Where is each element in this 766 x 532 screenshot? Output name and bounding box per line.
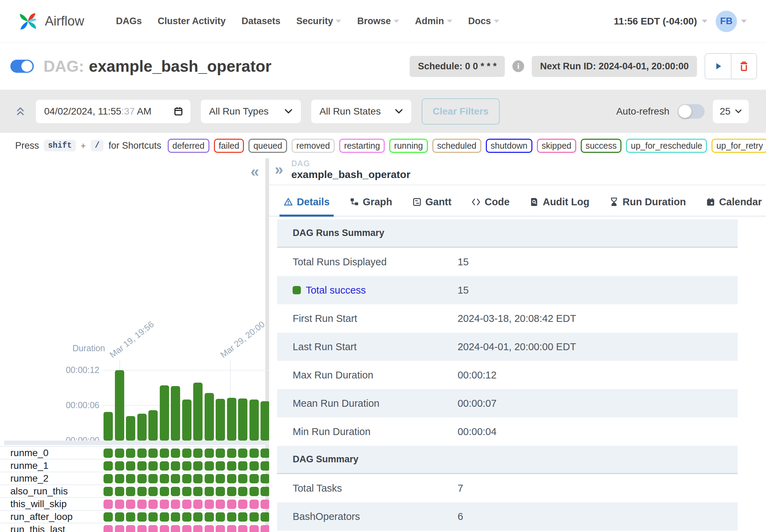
task-instance-success[interactable] [205,487,214,496]
dag-run-bar[interactable] [216,399,225,441]
expand-details-icon[interactable]: » [275,162,283,177]
task-instance-success[interactable] [137,487,147,496]
run-types-select[interactable]: All Run Types [201,100,301,123]
task-instance-skipped[interactable] [182,500,191,509]
task-instance-success[interactable] [205,449,214,458]
nav-item-datasets[interactable]: Datasets [242,16,281,27]
task-instance-success[interactable] [182,449,191,458]
task-instance-skipped[interactable] [261,525,270,532]
tab-code[interactable]: Code [467,196,514,217]
task-instance-skipped[interactable] [126,525,135,532]
legend-badge-removed[interactable]: removed [292,139,335,153]
nav-item-security[interactable]: Security [296,16,342,27]
task-instance-success[interactable] [126,487,135,496]
dag-pause-toggle[interactable] [10,60,34,73]
nav-item-browse[interactable]: Browse [357,16,399,27]
dag-run-bar[interactable] [249,400,259,441]
trigger-dag-button[interactable] [705,54,731,79]
task-instance-success[interactable] [193,461,203,471]
dag-run-bar[interactable] [115,370,124,441]
task-instance-success[interactable] [193,449,203,458]
task-instance-success[interactable] [249,449,259,458]
task-instance-success[interactable] [261,449,270,458]
task-instance-skipped[interactable] [115,525,124,532]
task-instance-success[interactable] [238,512,247,522]
clear-filters-button[interactable]: Clear Filters [422,98,500,125]
task-instance-skipped[interactable] [238,525,247,532]
task-instance-skipped[interactable] [216,525,225,532]
info-icon[interactable]: i [512,60,524,72]
clock-dropdown[interactable]: 11:56 EDT (-04:00) [614,16,707,27]
task-instance-success[interactable] [104,512,113,522]
tab-details[interactable]: Details [279,196,334,217]
delete-dag-button[interactable] [731,54,756,79]
task-instance-skipped[interactable] [261,500,270,509]
task-instance-success[interactable] [238,449,247,458]
task-instance-skipped[interactable] [104,525,113,532]
task-instance-success[interactable] [104,487,113,496]
task-instance-success[interactable] [148,474,158,483]
task-instance-success[interactable] [171,474,180,483]
dag-run-bar[interactable] [126,416,135,441]
task-instance-success[interactable] [115,512,124,522]
task-instance-skipped[interactable] [227,525,236,532]
task-instance-success[interactable] [115,474,124,483]
task-instance-skipped[interactable] [160,525,169,532]
tab-gantt[interactable]: Gantt [408,196,456,217]
task-instance-skipped[interactable] [115,500,124,509]
task-name[interactable]: runme_0 [0,447,97,459]
task-instance-success[interactable] [216,449,225,458]
task-instance-skipped[interactable] [137,500,147,509]
task-instance-success[interactable] [205,461,214,471]
task-name[interactable]: this_will_skip [0,499,97,510]
task-instance-success[interactable] [227,487,236,496]
task-instance-skipped[interactable] [148,525,158,532]
task-instance-success[interactable] [193,487,203,496]
task-instance-success[interactable] [249,512,259,522]
dag-run-bar[interactable] [160,385,169,441]
task-instance-success[interactable] [160,461,169,471]
dag-run-bar[interactable] [238,398,247,441]
task-instance-skipped[interactable] [216,500,225,509]
legend-badge-failed[interactable]: failed [214,139,244,153]
task-instance-success[interactable] [238,461,247,471]
task-instance-success[interactable] [227,512,236,522]
legend-badge-scheduled[interactable]: scheduled [432,139,481,153]
task-instance-success[interactable] [115,487,124,496]
task-instance-success[interactable] [104,461,113,471]
task-instance-success[interactable] [182,461,191,471]
task-instance-success[interactable] [249,487,259,496]
task-instance-skipped[interactable] [182,525,191,532]
task-instance-skipped[interactable] [126,500,135,509]
task-instance-success[interactable] [216,474,225,483]
task-instance-success[interactable] [126,449,135,458]
tab-calendar[interactable]: Calendar [702,196,766,217]
brand[interactable]: Airflow [17,10,84,33]
task-instance-success[interactable] [148,461,158,471]
task-name[interactable]: run_this_last [0,524,97,532]
task-instance-success[interactable] [126,474,135,483]
task-instance-success[interactable] [227,461,236,471]
task-name[interactable]: also_run_this [0,486,97,497]
legend-badge-queued[interactable]: queued [248,139,287,153]
task-instance-skipped[interactable] [193,525,203,532]
task-instance-success[interactable] [216,512,225,522]
auto-refresh-toggle[interactable] [678,104,705,119]
tab-run-duration[interactable]: Run Duration [605,196,690,217]
task-instance-success[interactable] [148,512,158,522]
task-instance-success[interactable] [171,461,180,471]
task-instance-success[interactable] [238,474,247,483]
task-instance-success[interactable] [126,461,135,471]
task-instance-skipped[interactable] [205,500,214,509]
collapse-filters-icon[interactable] [15,106,26,117]
dag-run-bar[interactable] [261,401,270,441]
task-instance-success[interactable] [182,474,191,483]
task-instance-success[interactable] [171,449,180,458]
task-instance-success[interactable] [227,449,236,458]
legend-badge-restarting[interactable]: restarting [339,139,385,153]
dag-run-bar[interactable] [205,393,214,441]
task-instance-skipped[interactable] [148,500,158,509]
legend-badge-running[interactable]: running [389,139,428,153]
task-instance-success[interactable] [137,474,147,483]
task-instance-success[interactable] [160,474,169,483]
